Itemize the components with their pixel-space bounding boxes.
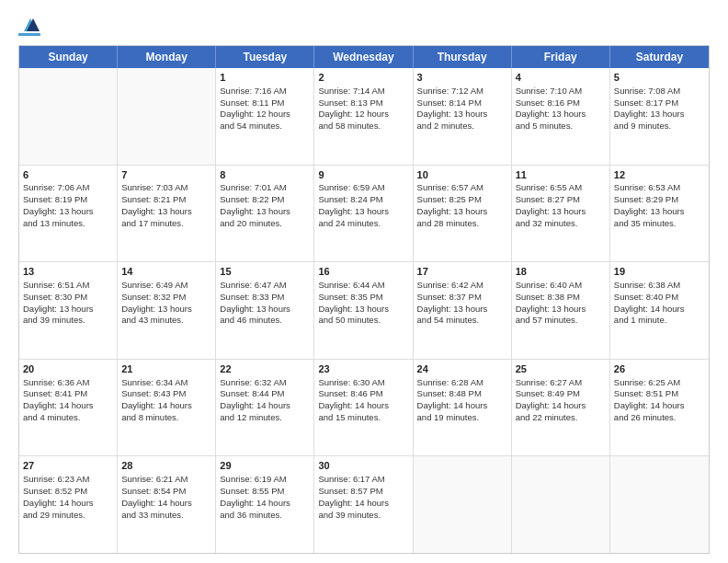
day-info-line: Daylight: 14 hours (23, 400, 113, 412)
day-info-line: Daylight: 13 hours (516, 206, 606, 218)
day-info-line: Sunset: 8:57 PM (318, 486, 408, 498)
day-info-line: and 1 minute. (614, 315, 705, 327)
day-info-line: Sunset: 8:52 PM (23, 486, 113, 498)
day-info-line: and 9 minutes. (614, 121, 705, 132)
day-info-line: Sunrise: 6:34 AM (121, 377, 211, 389)
day-info-line: Daylight: 13 hours (23, 206, 113, 218)
day-info-line: Sunset: 8:54 PM (121, 486, 211, 498)
day-number: 20 (23, 362, 113, 376)
calendar-cell: 9Sunrise: 6:59 AMSunset: 8:24 PMDaylight… (314, 166, 413, 262)
day-number: 5 (614, 71, 705, 85)
calendar-cell: 16Sunrise: 6:44 AMSunset: 8:35 PMDayligh… (314, 262, 413, 359)
calendar-cell: 4Sunrise: 7:10 AMSunset: 8:16 PMDaylight… (512, 68, 610, 165)
day-info-line: Sunset: 8:51 PM (614, 388, 705, 400)
day-info-line: Sunset: 8:49 PM (516, 388, 606, 400)
day-info-line: and 35 minutes. (614, 218, 705, 230)
day-info-line: Daylight: 14 hours (220, 400, 310, 412)
day-number: 28 (121, 459, 211, 473)
calendar: SundayMondayTuesdayWednesdayThursdayFrid… (18, 45, 710, 554)
calendar-cell: 14Sunrise: 6:49 AMSunset: 8:32 PMDayligh… (118, 262, 216, 359)
day-number: 3 (417, 71, 507, 85)
day-number: 7 (121, 168, 211, 182)
day-number: 16 (318, 265, 408, 279)
day-info-line: and 13 minutes. (23, 218, 113, 230)
logo (18, 15, 40, 36)
day-info-line: Sunset: 8:46 PM (318, 388, 408, 400)
day-info-line: and 54 minutes. (220, 121, 310, 132)
calendar-row: 1Sunrise: 7:16 AMSunset: 8:11 PMDaylight… (19, 68, 709, 166)
day-info-line: and 28 minutes. (417, 218, 507, 230)
day-info-line: and 32 minutes. (516, 218, 606, 230)
day-info-line: and 46 minutes. (220, 315, 310, 327)
day-info-line: Sunset: 8:25 PM (417, 194, 507, 206)
day-info-line: and 4 minutes. (23, 412, 113, 424)
day-number: 29 (220, 459, 310, 473)
day-info-line: Sunrise: 6:27 AM (516, 377, 606, 389)
day-info-line: Daylight: 14 hours (23, 498, 113, 510)
calendar-cell: 13Sunrise: 6:51 AMSunset: 8:30 PMDayligh… (19, 262, 118, 359)
day-info-line: Daylight: 13 hours (318, 206, 408, 218)
calendar-row: 13Sunrise: 6:51 AMSunset: 8:30 PMDayligh… (19, 262, 709, 360)
day-info-line: Sunset: 8:16 PM (516, 98, 606, 109)
calendar-cell: 23Sunrise: 6:30 AMSunset: 8:46 PMDayligh… (314, 360, 413, 456)
day-info-line: Sunset: 8:38 PM (516, 292, 606, 304)
day-info-line: and 33 minutes. (121, 510, 211, 522)
day-info-line: and 19 minutes. (417, 412, 507, 424)
day-info-line: Sunrise: 6:59 AM (318, 182, 408, 194)
calendar-cell: 21Sunrise: 6:34 AMSunset: 8:43 PMDayligh… (118, 360, 216, 456)
day-number: 12 (614, 168, 705, 182)
day-info-line: Sunrise: 6:36 AM (23, 377, 113, 389)
day-info-line: Sunset: 8:17 PM (614, 98, 705, 109)
day-info-line: Daylight: 14 hours (121, 400, 211, 412)
calendar-cell: 18Sunrise: 6:40 AMSunset: 8:38 PMDayligh… (512, 262, 610, 359)
day-info-line: Sunrise: 6:40 AM (516, 280, 606, 292)
day-info-line: Sunset: 8:11 PM (220, 98, 310, 109)
day-info-line: Sunset: 8:33 PM (220, 292, 310, 304)
calendar-cell: 28Sunrise: 6:21 AMSunset: 8:54 PMDayligh… (118, 456, 216, 553)
day-info-line: Sunrise: 6:28 AM (417, 377, 507, 389)
calendar-cell: 30Sunrise: 6:17 AMSunset: 8:57 PMDayligh… (314, 456, 413, 553)
day-info-line: Sunset: 8:21 PM (121, 194, 211, 206)
calendar-cell: 7Sunrise: 7:03 AMSunset: 8:21 PMDaylight… (118, 166, 216, 262)
day-info-line: Sunrise: 6:44 AM (318, 280, 408, 292)
calendar-body: 1Sunrise: 7:16 AMSunset: 8:11 PMDaylight… (19, 68, 709, 553)
day-info-line: Sunrise: 6:53 AM (614, 182, 705, 194)
day-info-line: and 58 minutes. (318, 121, 408, 132)
day-number: 18 (516, 265, 606, 279)
day-number: 21 (121, 362, 211, 376)
day-info-line: Sunrise: 6:17 AM (318, 474, 408, 486)
day-info-line: Sunrise: 6:38 AM (614, 280, 705, 292)
day-info-line: Sunset: 8:48 PM (417, 388, 507, 400)
day-info-line: Sunset: 8:35 PM (318, 292, 408, 304)
day-info-line: Sunrise: 6:19 AM (220, 474, 310, 486)
day-info-line: Daylight: 13 hours (318, 304, 408, 316)
day-number: 24 (417, 362, 507, 376)
day-info-line: Sunrise: 7:08 AM (614, 86, 705, 98)
day-info-line: Sunrise: 6:49 AM (121, 280, 211, 292)
day-info-line: Daylight: 14 hours (318, 498, 408, 510)
day-info-line: Sunrise: 6:47 AM (220, 280, 310, 292)
day-info-line: Sunrise: 7:01 AM (220, 182, 310, 194)
day-info-line: Sunset: 8:40 PM (614, 292, 705, 304)
day-info-line: Daylight: 14 hours (220, 498, 310, 510)
day-info-line: and 17 minutes. (121, 218, 211, 230)
day-number: 30 (318, 459, 408, 473)
day-info-line: Sunset: 8:19 PM (23, 194, 113, 206)
day-info-line: and 22 minutes. (516, 412, 606, 424)
calendar-cell: 25Sunrise: 6:27 AMSunset: 8:49 PMDayligh… (512, 360, 610, 456)
calendar-header-row: SundayMondayTuesdayWednesdayThursdayFrid… (19, 46, 709, 68)
day-info-line: Daylight: 14 hours (516, 400, 606, 412)
calendar-cell (610, 456, 709, 553)
day-number: 11 (516, 168, 606, 182)
day-number: 15 (220, 265, 310, 279)
day-info-line: Sunset: 8:13 PM (318, 98, 408, 109)
day-info-line: Sunrise: 6:32 AM (220, 377, 310, 389)
day-info-line: and 8 minutes. (121, 412, 211, 424)
day-number: 10 (417, 168, 507, 182)
calendar-cell (118, 68, 216, 165)
day-info-line: Daylight: 13 hours (417, 109, 507, 121)
day-number: 27 (23, 459, 113, 473)
calendar-cell: 3Sunrise: 7:12 AMSunset: 8:14 PMDaylight… (414, 68, 512, 165)
calendar-header-cell: Sunday (19, 46, 118, 68)
day-info-line: Daylight: 13 hours (220, 304, 310, 316)
